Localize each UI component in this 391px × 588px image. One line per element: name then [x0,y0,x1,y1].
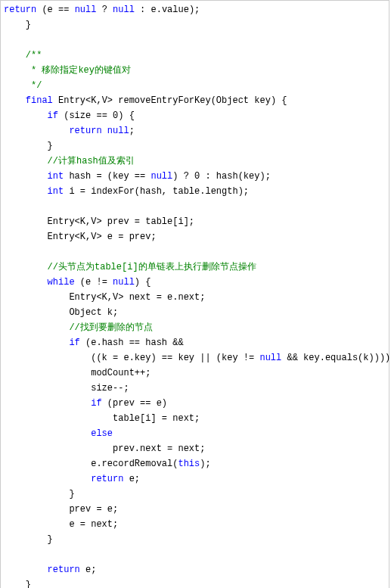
code-token: null [259,353,281,363]
code-token: /** [26,50,42,61]
code-token: return [91,474,123,484]
code-token: return [4,5,36,15]
code-token: */ [26,80,42,91]
code-token: //找到要删除的节点 [69,322,152,333]
code-token: int [48,171,64,182]
code-block: return (e == null ? null : e.value); } /… [0,0,389,588]
code-token: if [69,338,79,348]
code-token: final [26,95,53,106]
code-token: //计算hash值及索引 [48,156,135,166]
code-token: * 移除指定key的键值对 [26,65,131,76]
code-token: return [69,126,101,136]
code-content: return (e == null ? null : e.value); } /… [1,1,389,588]
code-token: //头节点为table[i]的单链表上执行删除节点操作 [48,262,256,272]
code-token: null [113,5,135,15]
code-token: null [107,126,129,136]
code-token: int [48,186,64,197]
code-token: null [75,5,97,15]
code-token: else [91,428,113,439]
code-token: if [91,398,101,409]
code-token: while [48,277,75,288]
code-token: this [178,459,200,469]
code-token: if [48,110,58,121]
code-token: null [151,171,172,182]
code-token: return [48,565,80,575]
code-token: null [113,277,135,288]
